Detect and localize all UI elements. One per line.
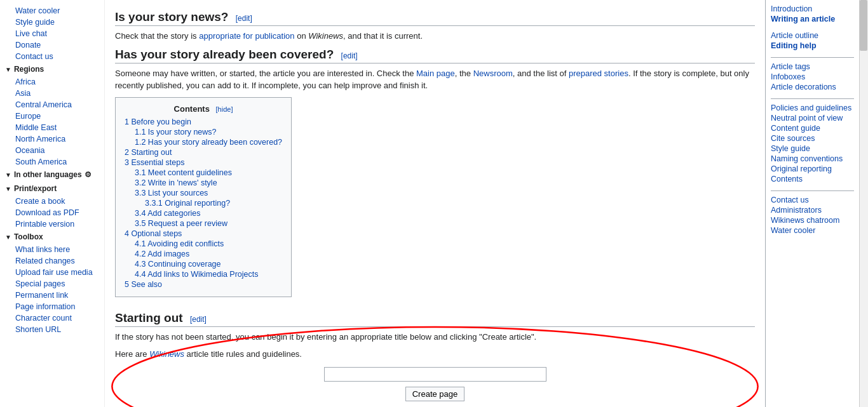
cite-sources-link[interactable]: Cite sources <box>771 133 854 143</box>
region-europe[interactable]: Europe <box>5 110 104 122</box>
toc-link-3-5[interactable]: 3.5 Request a peer review <box>135 219 227 228</box>
water-cooler-top-link[interactable]: Water cooler <box>5 5 104 17</box>
toc-link-4[interactable]: 4 Optional steps <box>125 229 182 238</box>
toc-list: 1 Before you begin 1.1 Is your story new… <box>125 117 282 289</box>
naming-conventions-link[interactable]: Naming conventions <box>771 154 854 164</box>
toc-item: 4.1 Avoiding edit conflicts <box>125 239 282 248</box>
other-languages-arrow: ▼ <box>5 171 11 178</box>
scrollbar-thumb[interactable] <box>860 0 867 51</box>
toc-link-5[interactable]: 5 See also <box>125 280 162 289</box>
main-page-link[interactable]: Main page <box>416 69 455 78</box>
toolbox-header[interactable]: ▼ Toolbox <box>0 230 104 244</box>
right-divider-1 <box>771 57 854 58</box>
article-outline-link[interactable]: Article outline <box>771 30 854 41</box>
toc-link-3-2[interactable]: 3.2 Write in 'news' style <box>135 178 217 187</box>
shorten-url-link[interactable]: Shorten URL <box>5 324 104 335</box>
is-your-story-text: Check that the story is appropriate for … <box>115 30 755 43</box>
printable-link[interactable]: Printable version <box>5 218 104 230</box>
toc-link-3-4[interactable]: 3.4 Add categories <box>135 209 201 218</box>
page-info-link[interactable]: Page information <box>5 301 104 312</box>
toc-item: 1.1 Is your story news? <box>125 128 282 137</box>
toc-link-4-3[interactable]: 4.3 Continuing coverage <box>135 260 221 269</box>
toc-item: 4.2 Add images <box>125 250 282 258</box>
toc-link-1[interactable]: 1 Before you begin <box>125 117 191 126</box>
npov-link[interactable]: Neutral point of view <box>771 113 854 123</box>
wikinews-chatroom-link[interactable]: Wikinews chatroom <box>771 215 854 225</box>
right-group2: Article tags Infoboxes Article decoratio… <box>771 62 854 92</box>
download-pdf-link[interactable]: Download as PDF <box>5 207 104 218</box>
toc-item: 1 Before you begin <box>125 117 282 126</box>
main-content: Is your story news? [edit] Check that th… <box>105 0 765 407</box>
toc-link-3[interactable]: 3 Essential steps <box>125 158 185 167</box>
starting-out-text2: Here are Wikinews article title rules an… <box>115 348 755 361</box>
print-export-header[interactable]: ▼ Print/export <box>0 182 104 196</box>
has-been-covered-edit[interactable]: [edit] <box>341 51 358 60</box>
toc-link-1-2[interactable]: 1.2 Has your story already been covered? <box>135 138 282 147</box>
print-export-arrow: ▼ <box>5 185 11 192</box>
appropriate-link[interactable]: appropriate for publication <box>199 31 294 41</box>
intro-link[interactable]: Introduction <box>771 4 854 14</box>
region-south-america[interactable]: South America <box>5 156 104 168</box>
other-languages-header[interactable]: ▼ In other languages ⚙ <box>0 168 104 182</box>
administrators-link[interactable]: Administrators <box>771 205 854 215</box>
regions-arrow: ▼ <box>5 66 11 73</box>
right-group3: Policies and guidelines Neutral point of… <box>771 103 854 184</box>
contents-link[interactable]: Contents <box>771 174 854 184</box>
regions-header[interactable]: ▼ Regions <box>0 62 104 76</box>
toc-link-4-2[interactable]: 4.2 Add images <box>135 250 189 258</box>
toc-hide-link[interactable]: [hide] <box>216 105 233 113</box>
region-central-america[interactable]: Central America <box>5 99 104 110</box>
policies-link[interactable]: Policies and guidelines <box>771 103 854 113</box>
article-decorations-link[interactable]: Article decorations <box>771 82 854 92</box>
toc-item: 3.1 Meet content guidelines <box>125 168 282 177</box>
style-guide-right-link[interactable]: Style guide <box>771 143 854 154</box>
starting-out-heading: Starting out [edit] <box>115 311 755 327</box>
permanent-link[interactable]: Permanent link <box>5 290 104 301</box>
content-guide-link[interactable]: Content guide <box>771 123 854 133</box>
toc-link-4-1[interactable]: 4.1 Avoiding edit conflicts <box>135 239 224 248</box>
toc-link-3-3-1[interactable]: 3.3.1 Original reporting? <box>145 199 230 208</box>
starting-out-edit[interactable]: [edit] <box>190 315 207 324</box>
newsroom-link[interactable]: Newsroom <box>473 69 513 78</box>
is-your-story-edit[interactable]: [edit] <box>236 14 252 23</box>
toolbox-arrow: ▼ <box>5 234 11 241</box>
water-cooler-right-link[interactable]: Water cooler <box>771 225 854 236</box>
toc-link-2[interactable]: 2 Starting out <box>125 148 172 157</box>
create-page-button[interactable]: Create page <box>405 387 465 401</box>
toc-link-3-1[interactable]: 3.1 Meet content guidelines <box>135 168 232 177</box>
related-changes-link[interactable]: Related changes <box>5 255 104 267</box>
region-asia[interactable]: Asia <box>5 88 104 99</box>
toc-item: 3.5 Request a peer review <box>125 219 282 228</box>
toc-item: 3.4 Add categories <box>125 209 282 218</box>
region-north-america[interactable]: North America <box>5 133 104 145</box>
char-count-link[interactable]: Character count <box>5 312 104 324</box>
live-chat-link[interactable]: Live chat <box>5 28 104 39</box>
contact-us-right-link[interactable]: Contact us <box>771 195 854 205</box>
has-been-covered-text: Someone may have written, or started, th… <box>115 67 755 92</box>
toc-link-4-4[interactable]: 4.4 Add links to Wikimedia Projects <box>135 270 259 279</box>
right-sidebar: Introduction Writing an article Article … <box>765 0 859 407</box>
scrollbar-track[interactable] <box>859 0 868 407</box>
prepared-stories-link[interactable]: prepared stories <box>569 69 628 78</box>
original-reporting-link[interactable]: Original reporting <box>771 164 854 174</box>
region-oceania[interactable]: Oceania <box>5 145 104 156</box>
toc-link-1-1[interactable]: 1.1 Is your story news? <box>135 128 217 137</box>
upload-link[interactable]: Upload fair use media <box>5 267 104 278</box>
region-middle-east[interactable]: Middle East <box>5 122 104 133</box>
editing-help-link[interactable]: Editing help <box>771 41 854 51</box>
wikinews-link[interactable]: Wikinews <box>149 349 184 359</box>
article-tags-link[interactable]: Article tags <box>771 62 854 72</box>
infoboxes-link[interactable]: Infoboxes <box>771 72 854 82</box>
style-guide-top-link[interactable]: Style guide <box>5 17 104 28</box>
region-africa[interactable]: Africa <box>5 76 104 88</box>
toc-item: 2 Starting out <box>125 148 282 157</box>
contact-us-top-link[interactable]: Contact us <box>5 51 104 62</box>
special-pages-link[interactable]: Special pages <box>5 278 104 290</box>
what-links-link[interactable]: What links here <box>5 244 104 255</box>
donate-link[interactable]: Donate <box>5 39 104 51</box>
create-article-input[interactable] <box>324 367 546 382</box>
toc-item: 3.3.1 Original reporting? <box>125 199 282 208</box>
create-book-link[interactable]: Create a book <box>5 196 104 207</box>
writing-article-label[interactable]: Writing an article <box>771 14 854 24</box>
toc-link-3-3[interactable]: 3.3 List your sources <box>135 189 208 197</box>
